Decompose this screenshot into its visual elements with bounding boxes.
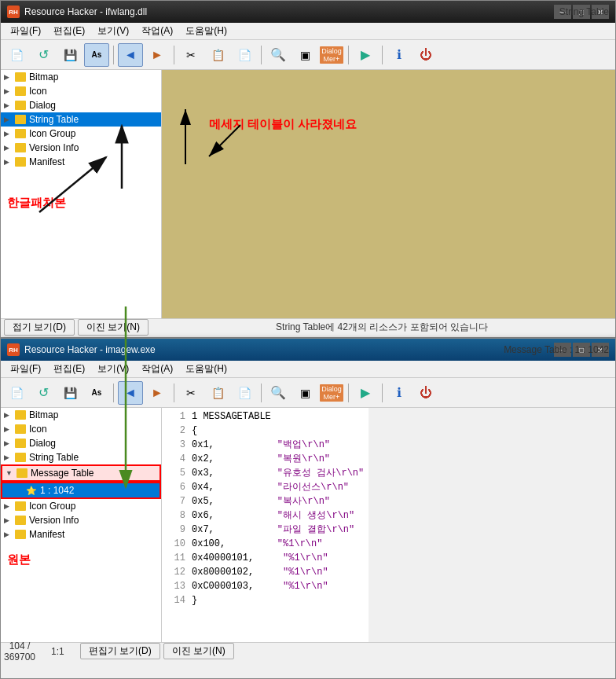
tree-label-bitmap-2: Bitmap bbox=[29, 409, 58, 420]
tb-new-1[interactable]: 📄 bbox=[4, 43, 29, 67]
tb-cut-2[interactable]: ✂ bbox=[178, 381, 204, 405]
window2: RH Resource Hacker - imagew.exe ─ □ ✕ Me… bbox=[0, 338, 616, 679]
content-panel-1: 메세지 테이블이 사라졌네요 bbox=[162, 70, 615, 318]
tree-item-manifest-2[interactable]: ▶ Manifest bbox=[1, 527, 161, 541]
tb-forward-1[interactable]: ► bbox=[145, 43, 170, 67]
line-num-1: 1 bbox=[167, 409, 185, 424]
window1-title: Resource Hacker - ifwlang.dll bbox=[24, 6, 554, 17]
tb-resource-1[interactable]: ▣ bbox=[292, 43, 317, 67]
line-num-7: 7 bbox=[167, 494, 185, 508]
tb-saveas-1[interactable]: As bbox=[84, 43, 109, 67]
tb-play-2[interactable]: ▶ bbox=[353, 381, 378, 405]
menu-bar-1: 파일(F) 편집(E) 보기(V) 작업(A) 도움말(H) bbox=[1, 23, 615, 40]
tb-copy-1[interactable]: 📋 bbox=[205, 43, 230, 67]
tree-item-dialog-2[interactable]: ▶ Dialog bbox=[1, 436, 161, 450]
tb-saveas-2[interactable]: As bbox=[84, 381, 109, 405]
tree-item-manifest-1[interactable]: ▶ Manifest bbox=[1, 155, 161, 169]
folder-icon-versioninfo-2 bbox=[15, 516, 26, 525]
menu-view-1[interactable]: 보기(V) bbox=[91, 23, 135, 39]
tree-item-icongroup-2[interactable]: ▶ Icon Group bbox=[1, 499, 161, 513]
tree-item-icon-1[interactable]: ▶ Icon bbox=[1, 84, 161, 98]
line-code-8: 0x6, bbox=[192, 508, 214, 523]
tree-item-versioninfo-1[interactable]: ▶ Version Info bbox=[1, 141, 161, 155]
tb-play-1[interactable]: ▶ bbox=[353, 43, 378, 67]
menu-help-1[interactable]: 도움말(H) bbox=[179, 23, 233, 39]
tb-back-1[interactable]: ◄ bbox=[118, 43, 143, 67]
bottom-btn-fold-1[interactable]: 접기 보기(D) bbox=[4, 319, 75, 336]
expander-stringtable-1: ▶ bbox=[4, 116, 13, 123]
annotation-message-container: 메세지 테이블이 사라졌네요 bbox=[209, 117, 357, 132]
tree-item-icongroup-1[interactable]: ▶ Icon Group bbox=[1, 127, 161, 141]
bottom-btn-binary-2[interactable]: 이진 보기(N) bbox=[163, 643, 234, 659]
tb-resource-2[interactable]: ▣ bbox=[292, 381, 317, 405]
tb-sep-1 bbox=[113, 46, 114, 64]
line-str-9: "파일 결합\r\n" bbox=[221, 523, 354, 537]
code-view-2[interactable]: 1 1 MESSAGETABLE 2 { 3 0x1, "백업\r\n" 4 0… bbox=[162, 408, 368, 642]
tree-item-stringtable-2[interactable]: ▶ String Table bbox=[1, 450, 161, 464]
expander-bitmap-1: ▶ bbox=[4, 73, 13, 81]
menu-edit-2[interactable]: 편집(E) bbox=[47, 361, 91, 377]
bottom-btn-edit-2[interactable]: 편집기 보기(D) bbox=[80, 643, 160, 659]
line-num-2: 2 bbox=[167, 424, 185, 438]
menu-edit-1[interactable]: 편집(E) bbox=[47, 23, 91, 39]
tb-search-2[interactable]: 🔍 bbox=[266, 381, 291, 405]
tree-item-stringtable-1[interactable]: ▶ String Table bbox=[1, 112, 161, 127]
menu-action-1[interactable]: 작업(A) bbox=[135, 23, 179, 39]
line-code-6: 0x4, bbox=[192, 480, 214, 494]
line-num-8: 8 bbox=[167, 508, 185, 523]
tree-label-icongroup-2: Icon Group bbox=[29, 501, 75, 512]
folder-icon-icongroup-1 bbox=[15, 129, 26, 138]
tree-item-icon-2[interactable]: ▶ Icon bbox=[1, 422, 161, 436]
folder-icon-stringtable-2 bbox=[15, 453, 26, 462]
tb-open-1[interactable]: ↺ bbox=[31, 43, 56, 67]
menu-action-2[interactable]: 작업(A) bbox=[135, 361, 179, 377]
tb-info-1[interactable]: ℹ bbox=[387, 43, 412, 67]
tb-save-2[interactable]: 💾 bbox=[57, 381, 82, 405]
menu-file-2[interactable]: 파일(F) bbox=[4, 361, 47, 377]
app-icon-1: RH bbox=[7, 6, 20, 18]
menu-help-2[interactable]: 도움말(H) bbox=[179, 361, 233, 377]
tb-sep-8 bbox=[261, 384, 262, 402]
tb-info-2[interactable]: ℹ bbox=[387, 381, 412, 405]
tb-open-2[interactable]: ↺ bbox=[31, 381, 56, 405]
tb-search-1[interactable]: 🔍 bbox=[266, 43, 291, 67]
tb-cut-1[interactable]: ✂ bbox=[178, 43, 204, 67]
tree-item-versioninfo-2[interactable]: ▶ Version Info bbox=[1, 513, 161, 527]
tree-item-1042-2[interactable]: ⭐ 1 : 1042 bbox=[1, 482, 161, 499]
main-area-2: ▶ Bitmap ▶ Icon ▶ Dialog ▶ String Table bbox=[1, 408, 615, 642]
app-icon-2: RH bbox=[7, 343, 20, 356]
tree-item-messagetable-2[interactable]: ▼ Message Table bbox=[1, 464, 161, 482]
line-str-11: "%1\r\n" bbox=[260, 551, 328, 565]
tree-item-bitmap-1[interactable]: ▶ Bitmap bbox=[1, 70, 161, 84]
expander-icongroup-1: ▶ bbox=[4, 130, 13, 138]
tb-new-2[interactable]: 📄 bbox=[4, 381, 29, 405]
menu-file-1[interactable]: 파일(F) bbox=[4, 23, 47, 39]
line-num-5: 5 bbox=[167, 466, 185, 480]
folder-icon-icongroup-2 bbox=[15, 501, 26, 511]
tree-panel-1: ▶ Bitmap ▶ Icon ▶ Dialog ▶ String Table … bbox=[1, 70, 162, 318]
menu-view-2[interactable]: 보기(V) bbox=[91, 361, 135, 377]
tree-item-bitmap-2[interactable]: ▶ Bitmap bbox=[1, 408, 161, 422]
line-num-9: 9 bbox=[167, 523, 185, 537]
status-text-1: String Table에 42개의 리소스가 포함되어 있습니다 bbox=[152, 321, 612, 334]
tb-back-2[interactable]: ◄ bbox=[118, 381, 143, 405]
tb-power-1[interactable]: ⏻ bbox=[413, 43, 438, 67]
tb-save-1[interactable]: 💾 bbox=[57, 43, 82, 67]
tb-power-2[interactable]: ⏻ bbox=[413, 381, 438, 405]
tb-sep-7 bbox=[174, 384, 174, 402]
tb-forward-2[interactable]: ► bbox=[145, 381, 170, 405]
line-str-5: "유호성 검사\r\n" bbox=[221, 466, 364, 480]
tb-paste-1[interactable]: 📄 bbox=[232, 43, 257, 67]
bottom-bar-2: 104 / 369700 1:1 편집기 보기(D) 이진 보기(N) bbox=[1, 642, 615, 659]
folder-icon-icon-1 bbox=[15, 86, 26, 96]
tb-dialog-2[interactable]: DialogMer+ bbox=[319, 381, 344, 405]
tb-paste-2[interactable]: 📄 bbox=[232, 381, 257, 405]
bottom-btn-binary-1[interactable]: 이진 보기(N) bbox=[78, 319, 148, 336]
line-code-14: } bbox=[192, 593, 197, 607]
folder-icon-versioninfo-1 bbox=[15, 143, 26, 152]
line-num-11: 11 bbox=[167, 551, 185, 565]
line-code-1: 1 MESSAGETABLE bbox=[192, 409, 271, 424]
tb-copy-2[interactable]: 📋 bbox=[205, 381, 230, 405]
tb-dialog-1[interactable]: DialogMer+ bbox=[319, 43, 344, 67]
tree-item-dialog-1[interactable]: ▶ Dialog bbox=[1, 98, 161, 112]
